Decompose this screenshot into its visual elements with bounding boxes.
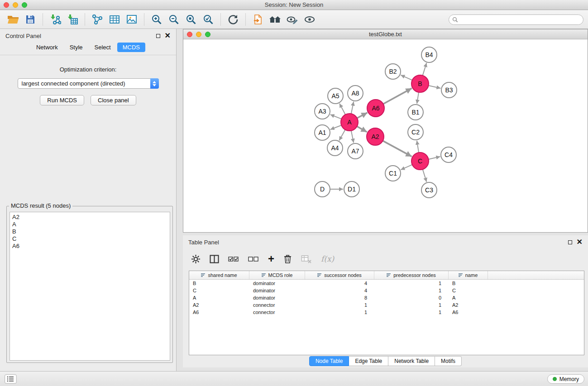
search-box [449, 14, 583, 25]
home-icon [269, 14, 282, 24]
float-panel-icon[interactable] [156, 34, 160, 38]
new-network-button[interactable] [89, 12, 106, 27]
node-C4[interactable]: C4 [441, 147, 456, 162]
float-panel-icon[interactable] [568, 240, 572, 244]
minimize-traffic-light[interactable] [13, 2, 18, 8]
table-body: Bdominator41BCdominator41CAdominator80AA… [189, 280, 584, 316]
table-row[interactable]: Bdominator41B [189, 280, 584, 287]
node-C2[interactable]: C2 [408, 124, 423, 140]
node-label: A8 [351, 90, 359, 97]
table-cell: A [449, 295, 488, 300]
tab-network[interactable]: Network [31, 43, 63, 52]
node-A1[interactable]: A1 [315, 125, 330, 140]
table-cell: dominator [249, 288, 305, 293]
tab-select[interactable]: Select [89, 43, 116, 52]
result-item[interactable]: B [12, 228, 167, 235]
tab-motifs[interactable]: Motifs [435, 356, 462, 366]
zoom-traffic-light[interactable] [205, 32, 210, 37]
node-A[interactable]: A [341, 114, 358, 131]
node-C3[interactable]: C3 [421, 182, 437, 198]
save-session-button[interactable] [22, 12, 39, 27]
column-header-shared-name[interactable]: shared name [189, 271, 249, 279]
node-A7[interactable]: A7 [348, 143, 363, 159]
table-panel-header: Table Panel ✕ [183, 235, 588, 249]
delete-column-button[interactable] [283, 254, 292, 264]
tab-edge-table[interactable]: Edge Table [349, 356, 388, 366]
function-builder-button[interactable]: f(x) [321, 254, 334, 263]
column-header-name[interactable]: name [449, 271, 488, 279]
node-D1[interactable]: D1 [344, 181, 359, 197]
bird-view-button[interactable] [301, 12, 318, 27]
zoom-fit-button[interactable] [182, 12, 200, 27]
node-B2[interactable]: B2 [385, 64, 401, 79]
table-cell: connector [249, 310, 305, 315]
close-panel-button[interactable]: Close panel [91, 95, 136, 105]
search-icon [452, 17, 458, 23]
node-B3[interactable]: B3 [441, 82, 457, 98]
close-panel-icon[interactable]: ✕ [577, 239, 583, 245]
table-row[interactable]: A6connector11A6 [189, 309, 584, 316]
node-A6[interactable]: A6 [367, 100, 384, 117]
node-B[interactable]: B [411, 75, 429, 92]
tab-style[interactable]: Style [64, 43, 88, 52]
new-table-button[interactable] [106, 12, 123, 27]
close-traffic-light[interactable] [4, 2, 9, 8]
search-input[interactable] [449, 14, 583, 25]
import-table-button[interactable] [64, 12, 81, 27]
column-header-predecessor-nodes[interactable]: predecessor nodes [374, 271, 449, 279]
zoom-traffic-light[interactable] [22, 2, 27, 8]
node-A5[interactable]: A5 [328, 88, 343, 104]
column-header-MCDS-role[interactable]: MCDS role [249, 271, 305, 279]
node-A3[interactable]: A3 [315, 104, 330, 119]
add-column-button[interactable]: + [268, 254, 274, 263]
result-item[interactable]: C [12, 235, 167, 243]
table-cell: 4 [305, 288, 374, 293]
select-stepper-icon [150, 78, 159, 89]
table-row[interactable]: Cdominator41C [189, 287, 584, 294]
export-image-button[interactable] [123, 12, 140, 27]
close-panel-icon[interactable]: ✕ [165, 33, 171, 38]
node-A2[interactable]: A2 [367, 128, 384, 145]
node-B4[interactable]: B4 [421, 47, 437, 62]
node-D[interactable]: D [315, 181, 330, 197]
refresh-button[interactable] [225, 12, 242, 27]
table-settings-button[interactable] [191, 254, 201, 264]
optimization-select[interactable]: largest connected component (directed) [18, 78, 159, 89]
table-row[interactable]: Adominator80A [189, 294, 584, 301]
import-network-button[interactable] [47, 12, 64, 27]
tab-network-table[interactable]: Network Table [388, 356, 435, 366]
zoom-selected-button[interactable] [200, 12, 217, 27]
column-header-successor-nodes[interactable]: successor nodes [305, 271, 374, 279]
node-B1[interactable]: B1 [408, 105, 423, 120]
node-C1[interactable]: C1 [385, 166, 401, 181]
zoom-in-button[interactable] [148, 12, 165, 27]
node-A8[interactable]: A8 [348, 86, 363, 101]
delete-table-button[interactable] [301, 254, 312, 263]
result-item[interactable]: A2 [12, 214, 167, 221]
mcds-result-list[interactable]: A2ABCA6 [10, 212, 170, 361]
deselect-all-button[interactable] [248, 255, 259, 263]
tab-mcds[interactable]: MCDS [117, 43, 145, 52]
result-item[interactable]: A [12, 221, 167, 228]
table-cell: A2 [449, 302, 488, 308]
run-mcds-button[interactable]: Run MCDS [40, 95, 84, 105]
network-view-window: testGlobe.txt B4B2BB3A5A8A6B1A3AC2A1A2A4… [183, 29, 588, 233]
select-all-button[interactable] [228, 255, 239, 263]
edge-A-A5 [339, 104, 345, 114]
memory-button[interactable]: Memory [547, 374, 584, 384]
home-button[interactable] [267, 12, 284, 27]
open-session-button[interactable] [5, 12, 22, 27]
open-file-button[interactable] [249, 12, 267, 27]
show-columns-button[interactable] [210, 255, 219, 263]
zoom-out-button[interactable] [165, 12, 182, 27]
result-item[interactable]: A6 [12, 243, 167, 250]
task-history-button[interactable] [5, 374, 17, 384]
graphics-details-button[interactable] [284, 12, 301, 27]
tab-node-table[interactable]: Node Table [309, 356, 349, 366]
node-A4[interactable]: A4 [327, 140, 343, 156]
minimize-traffic-light[interactable] [196, 32, 201, 37]
node-C[interactable]: C [411, 152, 429, 170]
close-traffic-light[interactable] [187, 32, 192, 37]
table-row[interactable]: A2connector11A2 [189, 301, 584, 309]
network-canvas[interactable]: B4B2BB3A5A8A6B1A3AC2A1A2A4A7C4CC1C3DD1 [183, 39, 588, 232]
